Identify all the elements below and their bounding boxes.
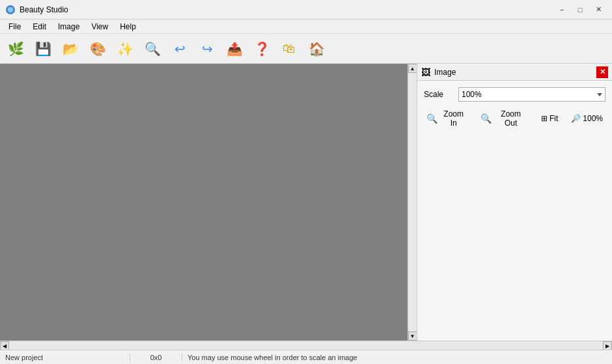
fit-button[interactable]: ⊞ Fit bbox=[538, 113, 561, 124]
window-controls: − □ ✕ bbox=[553, 3, 607, 16]
magic-icon: ✨ bbox=[117, 41, 133, 57]
scale-select[interactable]: 100% 25% 50% 75% 150% 200% 400% bbox=[458, 87, 605, 102]
app-icon bbox=[5, 5, 16, 15]
magic-button[interactable]: ✨ bbox=[112, 36, 138, 61]
zoom-in-icon: 🔍 bbox=[426, 113, 438, 124]
canvas-area[interactable] bbox=[0, 64, 408, 341]
h-scroll-track bbox=[9, 341, 603, 350]
new-icon: 🌿 bbox=[8, 41, 24, 57]
redo-button[interactable]: ↪ bbox=[194, 36, 220, 61]
title-bar: Beauty Studio − □ ✕ bbox=[0, 0, 612, 20]
canvas-container: ▲ ▼ bbox=[0, 64, 417, 341]
zoom-out-button[interactable]: 🔍 Zoom Out bbox=[478, 108, 531, 129]
maximize-button[interactable]: □ bbox=[572, 3, 589, 16]
status-coords: 0x0 bbox=[130, 354, 182, 361]
toolbar: 🌿 💾 📂 🎨 ✨ 🔍 ↩ ↪ 📤 ❓ 🛍 🏠 bbox=[0, 34, 612, 64]
fit-label: Fit bbox=[549, 114, 558, 123]
menu-help[interactable]: Help bbox=[114, 20, 142, 33]
scale-label: Scale bbox=[424, 90, 453, 99]
menu-image[interactable]: Image bbox=[52, 20, 85, 33]
bag-icon: 🛍 bbox=[283, 41, 296, 56]
export-icon: 📤 bbox=[227, 41, 243, 57]
home-button[interactable]: 🏠 bbox=[303, 36, 329, 61]
search-icon: 🔍 bbox=[145, 41, 161, 57]
menu-file[interactable]: File bbox=[3, 20, 27, 33]
paint-icon: 🎨 bbox=[90, 41, 106, 57]
menu-edit[interactable]: Edit bbox=[27, 20, 52, 33]
image-panel: 🖼 Image ✕ Scale 100% 25% 50% 75% 150% 20… bbox=[417, 64, 612, 341]
bottom-scroll-row: ◀ ▶ bbox=[0, 341, 612, 350]
panel-header: 🖼 Image ✕ bbox=[417, 64, 612, 81]
help-button[interactable]: ❓ bbox=[249, 36, 275, 61]
save-button[interactable]: 💾 bbox=[30, 36, 56, 61]
open-icon: 📂 bbox=[63, 41, 79, 57]
hundred-label: 100% bbox=[583, 114, 603, 123]
main-area: ▲ ▼ 🖼 Image ✕ Scale 100% 25% 50% 75% 150… bbox=[0, 64, 612, 341]
open-button[interactable]: 📂 bbox=[57, 36, 83, 61]
fit-icon: ⊞ bbox=[541, 114, 548, 123]
scroll-track bbox=[408, 73, 417, 331]
panel-image-icon: 🖼 bbox=[421, 67, 430, 77]
undo-icon: ↩ bbox=[174, 41, 186, 57]
status-bar: New project 0x0 You may use mouse wheel … bbox=[0, 350, 612, 364]
app-title: Beauty Studio bbox=[20, 5, 553, 14]
hundred-icon: 🔎 bbox=[571, 114, 581, 123]
status-message: You may use mouse wheel in order to scal… bbox=[182, 354, 612, 361]
scroll-left-button[interactable]: ◀ bbox=[0, 341, 9, 350]
undo-button[interactable]: ↩ bbox=[167, 36, 193, 61]
hundred-percent-button[interactable]: 🔎 100% bbox=[568, 113, 605, 124]
home-icon: 🏠 bbox=[309, 41, 325, 57]
horizontal-scrollbar: ◀ ▶ bbox=[0, 341, 612, 350]
menu-view[interactable]: View bbox=[85, 20, 114, 33]
bag-button[interactable]: 🛍 bbox=[276, 36, 302, 61]
help-icon: ❓ bbox=[254, 41, 270, 57]
zoom-controls: 🔍 Zoom In 🔍 Zoom Out ⊞ Fit 🔎 100% bbox=[424, 108, 605, 129]
scroll-down-button[interactable]: ▼ bbox=[408, 331, 417, 341]
redo-icon: ↪ bbox=[202, 41, 213, 57]
vertical-scrollbar: ▲ ▼ bbox=[408, 64, 417, 341]
search-button[interactable]: 🔍 bbox=[139, 36, 165, 61]
zoom-in-button[interactable]: 🔍 Zoom In bbox=[424, 108, 470, 129]
export-button[interactable]: 📤 bbox=[221, 36, 247, 61]
paint-button[interactable]: 🎨 bbox=[85, 36, 111, 61]
scroll-right-button[interactable]: ▶ bbox=[603, 341, 612, 350]
panel-content: Scale 100% 25% 50% 75% 150% 200% 400% 🔍 … bbox=[417, 81, 612, 135]
zoom-in-label: Zoom In bbox=[439, 109, 467, 128]
scale-row: Scale 100% 25% 50% 75% 150% 200% 400% bbox=[424, 87, 605, 102]
svg-point-1 bbox=[8, 7, 13, 12]
minimize-button[interactable]: − bbox=[553, 3, 570, 16]
zoom-out-icon: 🔍 bbox=[480, 113, 492, 124]
new-button[interactable]: 🌿 bbox=[3, 36, 29, 61]
close-button[interactable]: ✕ bbox=[590, 3, 607, 16]
panel-title: Image bbox=[434, 68, 592, 77]
menu-bar: File Edit Image View Help bbox=[0, 20, 612, 34]
save-icon: 💾 bbox=[35, 41, 51, 57]
panel-close-button[interactable]: ✕ bbox=[596, 66, 608, 78]
status-project: New project bbox=[0, 354, 130, 361]
scroll-up-button[interactable]: ▲ bbox=[408, 64, 417, 73]
zoom-out-label: Zoom Out bbox=[494, 109, 528, 128]
